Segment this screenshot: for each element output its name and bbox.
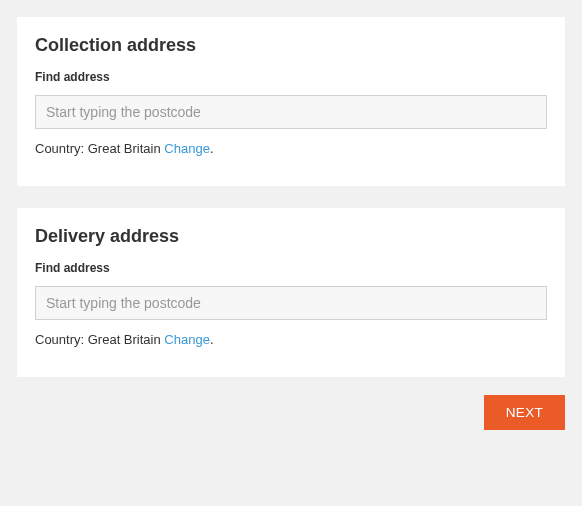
delivery-address-card: Delivery address Find address Country: G… [17, 208, 565, 377]
delivery-country-name: Great Britain [88, 332, 161, 347]
collection-country-text: Country: Great Britain Change. [35, 141, 547, 156]
actions-row: NEXT [17, 395, 565, 430]
collection-change-link[interactable]: Change [164, 141, 210, 156]
collection-title: Collection address [35, 35, 547, 56]
delivery-country-text: Country: Great Britain Change. [35, 332, 547, 347]
delivery-find-label: Find address [35, 261, 547, 275]
delivery-period: . [210, 332, 214, 347]
collection-find-label: Find address [35, 70, 547, 84]
collection-country-prefix: Country: [35, 141, 88, 156]
collection-country-name: Great Britain [88, 141, 161, 156]
collection-postcode-input[interactable] [35, 95, 547, 129]
delivery-country-prefix: Country: [35, 332, 88, 347]
collection-address-card: Collection address Find address Country:… [17, 17, 565, 186]
collection-period: . [210, 141, 214, 156]
delivery-postcode-input[interactable] [35, 286, 547, 320]
delivery-title: Delivery address [35, 226, 547, 247]
next-button[interactable]: NEXT [484, 395, 565, 430]
delivery-change-link[interactable]: Change [164, 332, 210, 347]
